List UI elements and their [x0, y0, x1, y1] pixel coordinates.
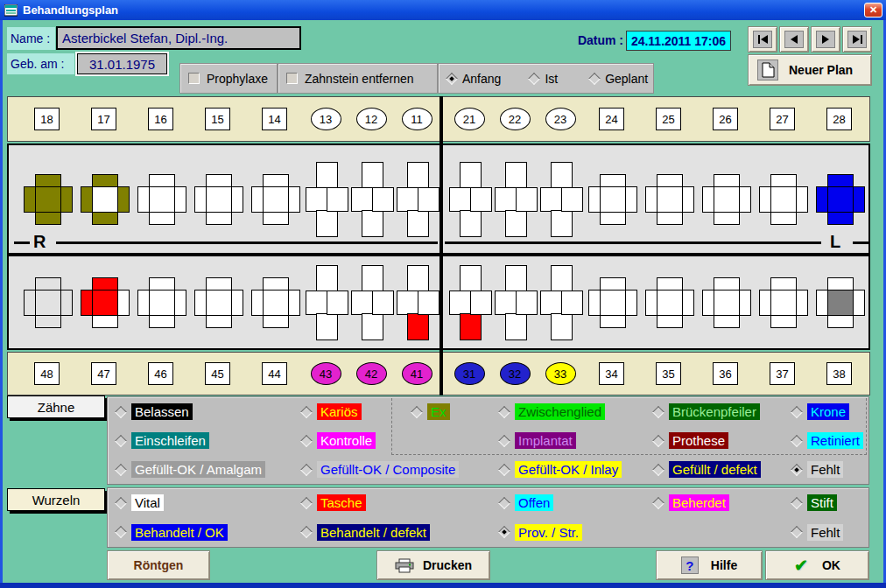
- drucken-button[interactable]: Drucken: [376, 550, 490, 580]
- tooth-21-mid-right-surface[interactable]: [470, 187, 492, 212]
- tooth-23-bottom-surface[interactable]: [551, 210, 573, 237]
- tooth-23-mid-left-surface[interactable]: [540, 187, 562, 212]
- tooth-33[interactable]: [540, 265, 583, 340]
- zahnstein-checkbox[interactable]: [286, 73, 298, 84]
- tooth-28-bottom-surface[interactable]: [827, 211, 854, 225]
- tooth-25-center-surface[interactable]: [657, 186, 683, 213]
- tooth-16-center-surface[interactable]: [149, 186, 175, 213]
- wurzeln-radio-beherdet[interactable]: [652, 497, 664, 509]
- tooth-25[interactable]: [645, 174, 694, 225]
- wurzeln-option-beherdet[interactable]: Beherdet: [645, 494, 784, 511]
- tooth-16-right-surface[interactable]: [173, 186, 186, 213]
- tooth-37-right-surface[interactable]: [795, 290, 808, 316]
- tooth-34-bottom-surface[interactable]: [600, 314, 626, 328]
- tooth-48-right-surface[interactable]: [60, 290, 73, 316]
- tooth-number-28[interactable]: 28: [826, 108, 852, 130]
- nav-next-button[interactable]: [811, 26, 840, 52]
- tooth-18-center-surface[interactable]: [35, 186, 61, 213]
- tooth-22-mid-right-surface[interactable]: [516, 187, 538, 212]
- tooth-33-mid-left-surface[interactable]: [540, 290, 562, 315]
- tooth-36-bottom-surface[interactable]: [714, 314, 740, 328]
- wurzeln-radio-tasche[interactable]: [300, 497, 313, 509]
- tooth-number-48[interactable]: 48: [34, 362, 60, 385]
- tooth-45-right-surface[interactable]: [230, 290, 243, 316]
- tooth-38-right-surface[interactable]: [852, 290, 865, 316]
- birthdate-field[interactable]: 31.01.1975: [75, 52, 169, 76]
- tooth-22[interactable]: [495, 162, 538, 237]
- tooth-43-mid-right-surface[interactable]: [327, 290, 348, 315]
- tooth-27-bottom-surface[interactable]: [770, 211, 797, 225]
- zaehne-option-kariös[interactable]: Kariös: [293, 403, 404, 420]
- tooth-31[interactable]: [449, 265, 492, 340]
- zaehne-option-gefüllt-ok-inlay[interactable]: Gefüllt-OK / Inlay: [491, 461, 645, 478]
- status-radio-group[interactable]: Anfang Ist Geplant: [438, 63, 654, 94]
- tooth-47-right-surface[interactable]: [116, 290, 130, 316]
- tooth-17-center-surface[interactable]: [92, 186, 118, 213]
- ok-button[interactable]: ✔ OK: [765, 550, 869, 580]
- wurzeln-option-vital[interactable]: Vital: [108, 494, 293, 511]
- tooth-13-mid-right-surface[interactable]: [327, 187, 348, 212]
- tooth-37-bottom-surface[interactable]: [770, 314, 797, 328]
- title-bar[interactable]: Behandlungsplan ✕: [0, 0, 886, 20]
- tooth-number-42[interactable]: 42: [356, 362, 387, 385]
- tooth-47[interactable]: [81, 277, 130, 328]
- tooth-48-center-surface[interactable]: [35, 290, 61, 316]
- tooth-25-bottom-surface[interactable]: [657, 211, 683, 225]
- tooth-13-mid-left-surface[interactable]: [306, 187, 327, 212]
- tooth-15-bottom-surface[interactable]: [206, 211, 232, 225]
- zaehne-option-kontrolle[interactable]: Kontrolle: [293, 432, 404, 449]
- tooth-35[interactable]: [645, 277, 694, 328]
- tooth-24-bottom-surface[interactable]: [600, 211, 626, 225]
- zaehne-option-gefüllt-defekt[interactable]: Gefüllt / defekt: [645, 461, 784, 478]
- tooth-44[interactable]: [251, 277, 300, 328]
- tooth-31-mid-left-surface[interactable]: [449, 290, 471, 315]
- tooth-46-right-surface[interactable]: [173, 290, 186, 316]
- tooth-11[interactable]: [397, 162, 439, 237]
- tooth-37[interactable]: [759, 277, 808, 328]
- tooth-32-top-surface[interactable]: [505, 265, 527, 292]
- tooth-number-11[interactable]: 11: [402, 108, 432, 130]
- tooth-32[interactable]: [495, 265, 538, 340]
- tooth-35-bottom-surface[interactable]: [657, 314, 683, 328]
- tooth-36-right-surface[interactable]: [738, 290, 751, 316]
- nav-previous-button[interactable]: [779, 26, 809, 52]
- zaehne-option-gefüllt-ok-composite[interactable]: Gefüllt-OK / Composite: [293, 461, 404, 478]
- wurzeln-option-behandelt-ok[interactable]: Behandelt / OK: [108, 524, 293, 541]
- tooth-18-bottom-surface[interactable]: [35, 211, 61, 225]
- tooth-41-bottom-surface[interactable]: [407, 313, 429, 340]
- tooth-12-bottom-surface[interactable]: [362, 210, 383, 237]
- tooth-32-mid-right-surface[interactable]: [516, 290, 538, 315]
- tooth-33-mid-right-surface[interactable]: [561, 290, 583, 315]
- tooth-47-bottom-surface[interactable]: [92, 314, 118, 328]
- tooth-number-35[interactable]: 35: [656, 362, 681, 385]
- tooth-number-43[interactable]: 43: [311, 362, 341, 385]
- tooth-number-12[interactable]: 12: [356, 108, 387, 130]
- new-plan-button[interactable]: Neuer Plan: [748, 54, 872, 86]
- tooth-12[interactable]: [351, 162, 394, 237]
- tooth-23-mid-right-surface[interactable]: [561, 187, 583, 212]
- wurzeln-option-fehlt[interactable]: Fehlt: [784, 524, 868, 541]
- tooth-35-right-surface[interactable]: [681, 290, 694, 316]
- tooth-42-mid-left-surface[interactable]: [351, 290, 373, 315]
- tooth-32-mid-left-surface[interactable]: [495, 290, 517, 315]
- tooth-26-center-surface[interactable]: [714, 186, 740, 213]
- tooth-26[interactable]: [702, 174, 751, 225]
- wurzeln-option-stift[interactable]: Stift: [784, 494, 868, 511]
- tooth-number-46[interactable]: 46: [148, 362, 173, 385]
- tooth-number-14[interactable]: 14: [262, 108, 287, 130]
- wurzeln-radio-offen[interactable]: [498, 497, 510, 509]
- tooth-14-bottom-surface[interactable]: [263, 211, 289, 225]
- tooth-27-right-surface[interactable]: [795, 186, 808, 213]
- tooth-45[interactable]: [194, 277, 243, 328]
- tooth-47-center-surface[interactable]: [92, 290, 118, 316]
- tooth-27-center-surface[interactable]: [770, 186, 797, 213]
- tooth-28[interactable]: [816, 174, 865, 225]
- tooth-number-31[interactable]: 31: [454, 362, 485, 385]
- tooth-number-36[interactable]: 36: [713, 362, 738, 385]
- tooth-18-right-surface[interactable]: [60, 186, 73, 213]
- tooth-number-13[interactable]: 13: [311, 108, 341, 130]
- tooth-22-top-surface[interactable]: [505, 162, 527, 189]
- tooth-41[interactable]: [397, 265, 439, 340]
- zaehne-option-belassen[interactable]: Belassen: [108, 403, 293, 420]
- tooth-31-bottom-surface[interactable]: [460, 313, 482, 340]
